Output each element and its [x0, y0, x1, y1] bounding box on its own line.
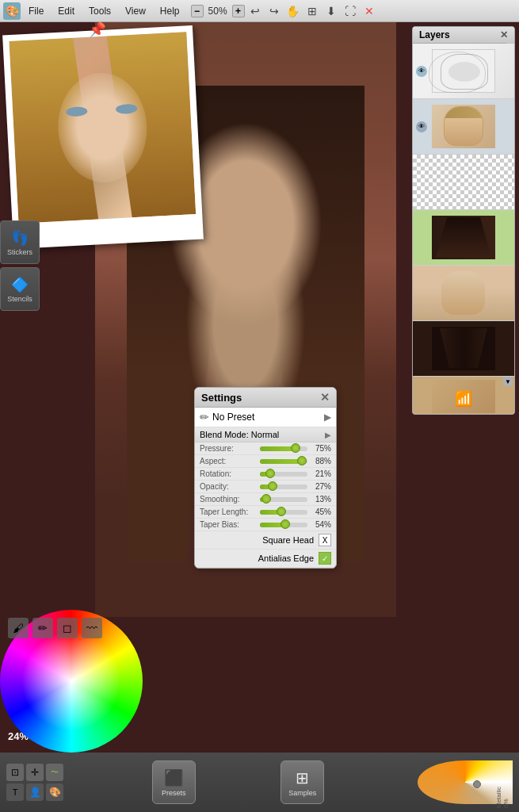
- stickers-button[interactable]: 👣 Stickers: [0, 220, 40, 264]
- layer-thumb-face-ref: [432, 105, 495, 148]
- taper-bias-row: Taper Bias: 54%: [195, 519, 336, 531]
- smoothing-slider[interactable]: [260, 497, 307, 502]
- taper-bias-thumb[interactable]: [280, 519, 290, 529]
- undo-icon[interactable]: ↩: [246, 2, 264, 20]
- aspect-thumb[interactable]: [297, 456, 307, 465]
- layer-item-face[interactable]: [413, 266, 514, 321]
- settings-close-button[interactable]: ✕: [320, 391, 330, 404]
- layer-visibility-face-ref[interactable]: 👁: [416, 121, 427, 132]
- smoothing-thumb[interactable]: [261, 494, 271, 504]
- layer-thumb-hair-dark: [432, 327, 495, 370]
- layer-thumb-face: [432, 271, 495, 315]
- menu-help[interactable]: Help: [154, 4, 186, 18]
- palette-icon[interactable]: 🎨: [46, 783, 63, 801]
- aspect-slider[interactable]: [260, 459, 307, 464]
- pressure-value: 75%: [311, 444, 331, 453]
- export-icon[interactable]: ⬇: [322, 2, 340, 20]
- preset-arrow-icon: ▶: [324, 412, 331, 423]
- hand-icon[interactable]: ✋: [284, 2, 302, 20]
- taper-bias-value: 54%: [311, 520, 331, 529]
- menu-file[interactable]: File: [22, 4, 50, 18]
- zoom-control: − 50% +: [191, 5, 245, 17]
- opacity-thumb[interactable]: [268, 481, 277, 491]
- samples-button[interactable]: ⊞ Samples: [280, 760, 324, 804]
- aspect-row: Aspect: 88%: [195, 455, 336, 468]
- color-wheel-inner: [21, 631, 121, 731]
- text-icon[interactable]: T: [6, 783, 24, 801]
- rotation-value: 21%: [311, 469, 331, 478]
- taper-bias-label: Taper Bias:: [200, 520, 257, 529]
- blend-mode-row[interactable]: Blend Mode: Normal ▶: [195, 427, 336, 442]
- rotation-slider[interactable]: [260, 472, 307, 477]
- pressure-slider[interactable]: [260, 446, 307, 451]
- brush-preset-icon: ✏: [200, 411, 209, 423]
- layer-item-checker[interactable]: [413, 155, 514, 210]
- canvas-area[interactable]: 📌 Layers ✕ 👁 👁: [0, 22, 519, 812]
- layers-panel-title: Layers ✕: [413, 27, 514, 44]
- tool-palette[interactable]: 🖌 ✏ ◻ 〰: [0, 610, 139, 753]
- layer-thumb-sketch: [432, 49, 495, 93]
- blend-mode-arrow: ▶: [325, 431, 331, 439]
- curve-icon[interactable]: 〜: [46, 764, 63, 781]
- aspect-fill: [260, 459, 302, 464]
- layer-item-face-ref[interactable]: 👁: [413, 99, 514, 155]
- presets-button[interactable]: ⬛ Presets: [152, 760, 196, 804]
- pressure-label: Pressure:: [200, 444, 257, 453]
- photo-image: [10, 32, 197, 223]
- aspect-label: Aspect:: [200, 457, 257, 465]
- taper-bias-slider[interactable]: [260, 523, 307, 527]
- toolbar-row1: ⊡ ✛ 〜: [6, 764, 63, 781]
- antialias-checkbox[interactable]: ✓: [319, 552, 331, 565]
- samples-icon: ⊞: [296, 768, 309, 787]
- tool-grid: 🖌 ✏ ◻ 〰: [8, 618, 104, 638]
- tool-eraser[interactable]: ◻: [57, 618, 78, 638]
- presets-label: Presets: [162, 789, 186, 797]
- stencils-button[interactable]: 🔷 Stencils: [0, 267, 40, 311]
- clone-icon[interactable]: 👤: [26, 783, 44, 801]
- expand-icon[interactable]: ⊡: [6, 764, 24, 781]
- layers-scroll-down[interactable]: ▼: [503, 377, 513, 386]
- layer-item-hair-green[interactable]: [413, 210, 514, 266]
- stickers-icon: 👣: [11, 229, 29, 247]
- zoom-in-button[interactable]: +: [232, 5, 245, 17]
- metallic-label: Metallic 0%: [495, 780, 509, 808]
- settings-title-label: Settings: [201, 392, 242, 404]
- close-app-icon[interactable]: ✕: [361, 2, 378, 20]
- fullscreen-icon[interactable]: ⛶: [342, 2, 359, 20]
- layers-panel: Layers ✕ 👁 👁: [412, 26, 515, 415]
- rotation-thumb[interactable]: [265, 469, 275, 478]
- preset-label: No Preset: [212, 412, 321, 423]
- layer-item-sketch[interactable]: 👁: [413, 44, 514, 99]
- crosshair-icon[interactable]: ✛: [26, 764, 44, 781]
- menu-edit[interactable]: Edit: [52, 4, 81, 18]
- menu-view[interactable]: View: [119, 4, 152, 18]
- stickers-label: Stickers: [7, 248, 32, 256]
- color-swatch-area[interactable]: Metallic 0%: [410, 756, 513, 808]
- taper-length-slider[interactable]: [260, 510, 307, 515]
- antialias-row: Antialias Edge ✓: [195, 550, 336, 568]
- smoothing-label: Smoothing:: [200, 495, 257, 504]
- grid-icon[interactable]: ⊞: [303, 2, 321, 20]
- opacity-slider[interactable]: [260, 485, 307, 489]
- menu-tools[interactable]: Tools: [82, 4, 117, 18]
- opacity-label: Opacity:: [200, 482, 257, 491]
- layers-close-button[interactable]: ✕: [500, 29, 508, 40]
- redo-icon[interactable]: ↪: [265, 2, 283, 20]
- square-head-row: Square Head X: [195, 531, 336, 550]
- preset-row[interactable]: ✏ No Preset ▶: [195, 408, 336, 427]
- tool-brush[interactable]: 🖌: [8, 618, 29, 638]
- zoom-level: 50%: [205, 6, 231, 17]
- square-head-checkbox[interactable]: X: [319, 534, 331, 546]
- taper-length-thumb[interactable]: [277, 507, 286, 516]
- tool-smudge[interactable]: 〰: [82, 618, 102, 638]
- color-selector-dot[interactable]: [473, 780, 481, 788]
- zoom-out-button[interactable]: −: [191, 5, 204, 17]
- reference-photo[interactable]: 📌: [2, 25, 204, 249]
- presets-icon: ⬛: [164, 768, 184, 787]
- pressure-thumb[interactable]: [291, 443, 300, 453]
- layer-item-hair-dark[interactable]: [413, 321, 514, 377]
- samples-label: Samples: [288, 789, 316, 797]
- layer-visibility-sketch[interactable]: 👁: [416, 66, 427, 77]
- app-icon: 🎨: [3, 2, 21, 20]
- tool-pencil[interactable]: ✏: [32, 618, 53, 638]
